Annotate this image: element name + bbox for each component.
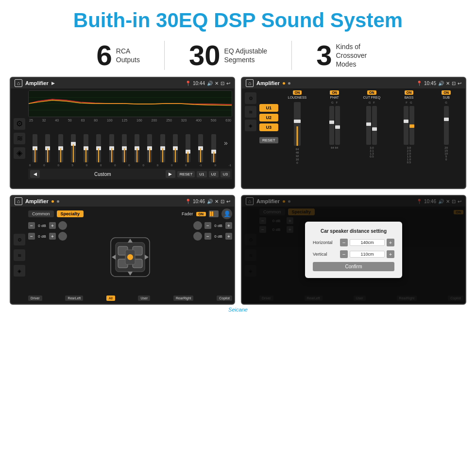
fader-left-col: − 0 dB + − 0 dB + — [28, 221, 67, 293]
eq-reset-btn[interactable]: RESET — [177, 171, 195, 177]
fader-main-area: Common Specialty Fader ON 👤 — [28, 209, 232, 302]
stat-rca: 6 RCAOutputs — [72, 41, 164, 70]
vertical-minus-btn[interactable]: − — [340, 250, 348, 258]
fader-plus-2[interactable]: + — [49, 233, 56, 240]
fader-tune-btn[interactable]: ⚙ — [14, 234, 25, 245]
u1-btn[interactable]: U1 — [259, 104, 278, 112]
crossover-home-icon[interactable]: ⌂ — [246, 79, 254, 87]
car-diagram — [101, 228, 159, 286]
eq-bottom-bar: ◀ Custom ▶ RESET U1 U2 U3 — [28, 169, 232, 179]
eq-sliders-area: » — [28, 123, 232, 162]
sub-on[interactable]: ON — [442, 90, 451, 95]
rearleft-btn[interactable]: RearLeft — [65, 296, 83, 301]
dialog-vertical-row: Vertical − 110cm + — [313, 250, 394, 258]
phat-on[interactable]: ON — [330, 90, 339, 95]
eq-u1-btn[interactable]: U1 — [197, 171, 206, 177]
eq-wave-btn[interactable]: ≋ — [14, 133, 25, 144]
dialog-horizontal-row: Horizontal − 140cm + — [313, 239, 394, 246]
vertical-plus-btn[interactable]: + — [387, 250, 394, 258]
fader-audio-btn[interactable]: ◈ — [14, 265, 25, 277]
horizontal-minus-btn[interactable]: − — [340, 239, 348, 246]
all-btn[interactable]: All — [106, 296, 115, 301]
fader-person-icon[interactable]: 👤 — [221, 209, 232, 219]
fader-wave-btn[interactable]: ≋ — [14, 249, 25, 261]
crossover-x-icon[interactable]: ✕ — [446, 81, 450, 86]
rearright-btn[interactable]: RearRight — [173, 296, 194, 301]
u2-btn[interactable]: U2 — [259, 114, 278, 122]
crossover-minimize-icon[interactable]: ⊡ — [452, 81, 456, 86]
phat-name: PHAT — [330, 96, 339, 99]
eq-status-right: 📍 10:44 🔊 ✕ ⊡ ↩ — [185, 81, 230, 86]
eq-sidebar: ⚙ ≋ ◈ — [13, 90, 26, 186]
fader-minus-3[interactable]: − — [204, 222, 211, 229]
fader-home-icon[interactable]: ⌂ — [15, 197, 22, 205]
eq-slider-9 — [135, 134, 139, 162]
horizontal-value: 140cm — [350, 239, 385, 246]
fader-db-val-3: 0 dB — [213, 224, 224, 228]
home-icon[interactable]: ⌂ — [15, 79, 22, 87]
fader-status-bar: ⌂ Amplifier 📍 10:46 🔊 ✕ ⊡ ↩ — [11, 196, 234, 207]
fader-time: 10:46 — [193, 199, 205, 204]
eq-expand-icon[interactable]: » — [224, 139, 228, 147]
fader-minus-4[interactable]: − — [204, 233, 211, 240]
specialty-tab[interactable]: Specialty — [57, 210, 84, 217]
distance-dialog: Car speaker distance setting Horizontal … — [305, 222, 402, 278]
fader-minus-1[interactable]: − — [28, 222, 35, 229]
eq-x-icon[interactable]: ✕ — [215, 81, 219, 86]
eq-u3-btn[interactable]: U3 — [221, 171, 230, 177]
svg-marker-13 — [128, 272, 133, 276]
fader-x-icon[interactable]: ✕ — [215, 199, 219, 204]
fader-plus-3[interactable]: + — [225, 222, 232, 229]
crossover-dot2 — [288, 82, 290, 85]
crossover-tune-btn[interactable]: ⚙ — [245, 92, 256, 104]
eq-screen: ⌂ Amplifier ▶ 📍 10:44 🔊 ✕ ⊡ ↩ ⚙ ≋ ◈ — [10, 77, 235, 189]
fader-plus-1[interactable]: + — [49, 222, 56, 229]
crossover-back-icon[interactable]: ↩ — [458, 81, 461, 86]
eq-back-icon[interactable]: ↩ — [226, 81, 230, 86]
fader-minimize-icon[interactable]: ⊡ — [221, 199, 224, 204]
fader-plus-4[interactable]: + — [225, 233, 232, 240]
eq-graph — [28, 90, 232, 117]
crossover-reset-btn[interactable]: RESET — [259, 137, 278, 143]
copilot-btn[interactable]: Copilot — [217, 296, 232, 301]
eq-slider-6 — [96, 134, 101, 162]
eq-u2-btn[interactable]: U2 — [209, 171, 219, 177]
dialog-overlay: Car speaker distance setting Horizontal … — [242, 196, 465, 304]
loudness-on[interactable]: ON — [293, 90, 302, 95]
driver-btn[interactable]: Driver — [28, 296, 42, 301]
fader-back-icon[interactable]: ↩ — [226, 199, 230, 204]
eq-audio-btn[interactable]: ◈ — [14, 147, 25, 159]
eq-screen-content: ⚙ ≋ ◈ — [11, 88, 234, 188]
eq-prev-btn[interactable]: ◀ — [30, 170, 40, 178]
fader-volume-icon: 🔊 — [207, 199, 213, 204]
eq-next-btn[interactable]: ▶ — [166, 170, 175, 178]
horizontal-plus-btn[interactable]: + — [387, 239, 394, 246]
eq-values-row: 000500000000-10-1 — [28, 164, 232, 167]
stat-crossover: 3 Kinds ofCrossover Modes — [292, 41, 404, 70]
crossover-wave-btn[interactable]: ≋ — [245, 106, 256, 118]
svg-marker-12 — [128, 239, 133, 243]
cutfreq-on[interactable]: ON — [367, 90, 376, 95]
eq-minimize-icon[interactable]: ⊡ — [221, 81, 224, 86]
speaker-icon-bl — [58, 232, 67, 241]
crossover-status-bar: ⌂ Amplifier 📍 10:45 🔊 ✕ ⊡ ↩ — [242, 78, 465, 88]
stats-row: 6 RCAOutputs 30 EQ AdjustableSegments 3 … — [0, 36, 476, 77]
eq-slider-3 — [58, 134, 63, 162]
fader-status-left: ⌂ Amplifier — [15, 197, 59, 205]
stat-crossover-number: 3 — [316, 41, 332, 70]
common-tab[interactable]: Common — [28, 210, 54, 217]
crossover-audio-btn[interactable]: ◈ — [245, 120, 256, 131]
bass-on[interactable]: ON — [405, 90, 414, 95]
fader-on-toggle[interactable]: ON — [196, 212, 206, 216]
fader-sidebar: ⚙ ≋ ◈ — [13, 209, 26, 302]
crossover-screen: ⌂ Amplifier 📍 10:45 🔊 ✕ ⊡ ↩ ⚙ ≋ — [241, 77, 466, 189]
eq-slider-15 — [211, 134, 216, 162]
confirm-button[interactable]: Confirm — [313, 262, 394, 271]
fader-db-val-2: 0 dB — [36, 234, 48, 239]
u3-btn[interactable]: U3 — [259, 123, 278, 131]
eq-slider-5 — [84, 134, 88, 162]
user-btn[interactable]: User — [138, 296, 150, 301]
cutfreq-name: CUT FREQ — [363, 96, 381, 99]
fader-minus-2[interactable]: − — [28, 233, 35, 240]
eq-tune-btn[interactable]: ⚙ — [14, 118, 25, 130]
